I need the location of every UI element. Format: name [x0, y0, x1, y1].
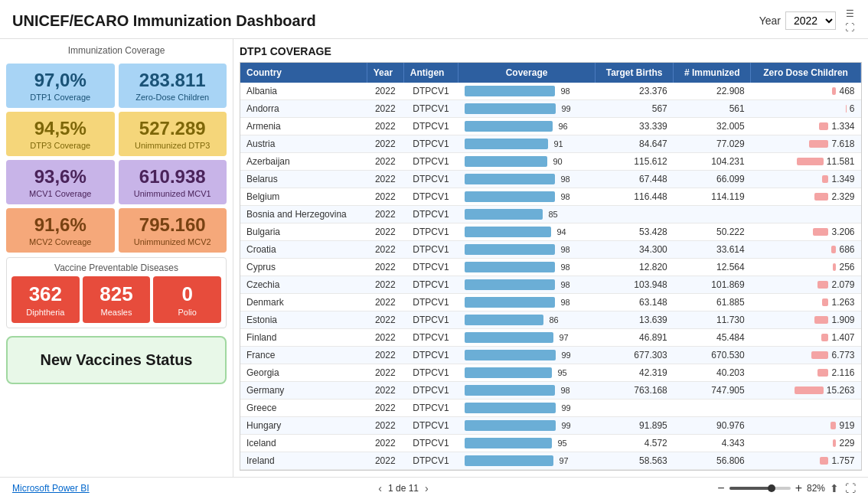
dtp3-value: 94,5%	[12, 118, 109, 139]
cell-target-births: 58.563	[596, 452, 674, 470]
cell-target-births: 677.303	[596, 347, 674, 364]
cell-zero-dose: 1.909	[751, 311, 861, 329]
cell-year: 2022	[367, 364, 403, 382]
cell-immunized: 561	[674, 100, 751, 118]
cell-coverage: 91	[458, 135, 596, 153]
zoom-plus-icon[interactable]: +	[795, 481, 802, 495]
diseases-grid: 362 Diphtheria 825 Measles 0 Polio	[11, 276, 221, 323]
cell-coverage: 95	[458, 364, 596, 382]
cell-coverage: 99	[458, 417, 596, 435]
cell-immunized: 45.484	[674, 329, 751, 347]
cell-antigen: DTPCV1	[403, 118, 458, 135]
cell-antigen: DTPCV1	[403, 206, 458, 223]
expand-icon[interactable]: ⛶	[844, 21, 856, 34]
table-row: Hungary 2022 DTPCV1 99 91.895 90.976 919	[240, 417, 861, 435]
cell-immunized	[674, 206, 751, 223]
cell-antigen: DTPCV1	[403, 435, 458, 452]
fullscreen-icon[interactable]: ⛶	[845, 482, 856, 494]
cell-zero-dose: 2.329	[751, 188, 861, 206]
table-container[interactable]: Country Year Antigen Coverage Target Bir…	[240, 62, 862, 471]
cell-zero-dose: 229	[751, 435, 861, 452]
diseases-section: Vaccine Preventable Diseases 362 Diphthe…	[6, 257, 227, 328]
cell-antigen: DTPCV1	[403, 100, 458, 118]
cell-target-births	[596, 206, 674, 223]
zoom-level: 82%	[807, 483, 825, 494]
table-row: Bulgaria 2022 DTPCV1 94 53.428 50.222 3.…	[240, 223, 861, 241]
cell-year: 2022	[367, 400, 403, 417]
cell-year: 2022	[367, 118, 403, 135]
cell-year: 2022	[367, 417, 403, 435]
new-vaccines-label: New Vaccines Status	[21, 351, 211, 369]
col-target-births[interactable]: Target Births	[596, 63, 674, 83]
share-icon[interactable]: ⬆	[830, 482, 839, 494]
cell-coverage: 98	[458, 470, 596, 471]
table-row: Albania 2022 DTPCV1 98 23.376 22.908 468	[240, 83, 861, 100]
zoom-slider[interactable]	[729, 487, 791, 490]
cell-antigen: DTPCV1	[403, 311, 458, 329]
cell-country: Austria	[240, 135, 367, 153]
table-row: Iceland 2022 DTPCV1 95 4.572 4.343 229	[240, 435, 861, 452]
cell-target-births: 46.891	[596, 329, 674, 347]
cell-country: Belarus	[240, 171, 367, 188]
cell-coverage: 86	[458, 311, 596, 329]
col-year[interactable]: Year	[367, 63, 403, 83]
table-row: Azerbaijan 2022 DTPCV1 90 115.612 104.23…	[240, 153, 861, 171]
prev-page-button[interactable]: ‹	[378, 482, 382, 494]
cell-immunized	[674, 400, 751, 417]
cell-zero-dose: 7.618	[751, 135, 861, 153]
cell-zero-dose: 1.349	[751, 171, 861, 188]
cell-coverage: 85	[458, 206, 596, 223]
next-page-button[interactable]: ›	[425, 482, 429, 494]
power-bi-link[interactable]: Microsoft Power BI	[12, 483, 90, 494]
cell-coverage: 99	[458, 400, 596, 417]
mcv1-coverage-card: 93,6% MCV1 Coverage	[6, 160, 115, 204]
year-label: Year	[759, 15, 781, 27]
diphtheria-label: Diphtheria	[15, 308, 77, 317]
filter-icon[interactable]: ☰	[844, 8, 856, 20]
cell-antigen: DTPCV1	[403, 188, 458, 206]
cell-immunized: 11.730	[674, 311, 751, 329]
year-filter: Year 2022 2021 2020 ☰ ⛶	[759, 8, 856, 34]
cell-year: 2022	[367, 135, 403, 153]
cell-immunized: 4.343	[674, 435, 751, 452]
cell-coverage: 95	[458, 435, 596, 452]
col-antigen[interactable]: Antigen	[403, 63, 458, 83]
col-zero-dose[interactable]: Zero Dose Children	[751, 63, 861, 83]
unimm-dtp3-label: Unimmunized DTP3	[125, 141, 221, 150]
unimm-dtp3-value: 527.289	[125, 118, 221, 139]
cell-target-births: 12.820	[596, 259, 674, 276]
cell-year: 2022	[367, 241, 403, 259]
zoom-minus-icon[interactable]: −	[717, 481, 724, 495]
new-vaccines-button[interactable]: New Vaccines Status	[6, 336, 227, 384]
cell-antigen: DTPCV1	[403, 171, 458, 188]
table-row: Austria 2022 DTPCV1 91 84.647 77.029 7.6…	[240, 135, 861, 153]
cell-immunized: 50.222	[674, 223, 751, 241]
cell-target-births: 67.448	[596, 171, 674, 188]
cell-target-births: 34.300	[596, 241, 674, 259]
cell-antigen: DTPCV1	[403, 135, 458, 153]
cell-country: Belgium	[240, 188, 367, 206]
measles-value: 825	[86, 282, 148, 306]
col-immunized[interactable]: # Immunized	[674, 63, 751, 83]
cell-target-births: 23.376	[596, 83, 674, 100]
table-row: Georgia 2022 DTPCV1 95 42.319 40.203 2.1…	[240, 364, 861, 382]
cell-year: 2022	[367, 259, 403, 276]
year-select[interactable]: 2022 2021 2020	[785, 11, 836, 30]
col-country[interactable]: Country	[240, 63, 367, 83]
cell-antigen: DTPCV1	[403, 347, 458, 364]
left-panel: Immunization Coverage 97,0% DTP1 Coverag…	[0, 39, 233, 477]
col-coverage[interactable]: Coverage	[458, 63, 596, 83]
cell-immunized: 104.231	[674, 153, 751, 171]
cell-country: Bosnia and Herzegovina	[240, 206, 367, 223]
table-row: Cyprus 2022 DTPCV1 98 12.820 12.564 256	[240, 259, 861, 276]
cell-year: 2022	[367, 83, 403, 100]
cell-target-births: 115.612	[596, 153, 674, 171]
unimm-mcv1-value: 610.938	[125, 166, 221, 188]
cell-country: Estonia	[240, 311, 367, 329]
cell-immunized: 22.908	[674, 83, 751, 100]
cell-target-births: 63.148	[596, 294, 674, 311]
cell-country: Italy	[240, 470, 367, 471]
cell-coverage: 94	[458, 223, 596, 241]
measles-label: Measles	[86, 308, 148, 317]
cell-immunized: 12.564	[674, 259, 751, 276]
